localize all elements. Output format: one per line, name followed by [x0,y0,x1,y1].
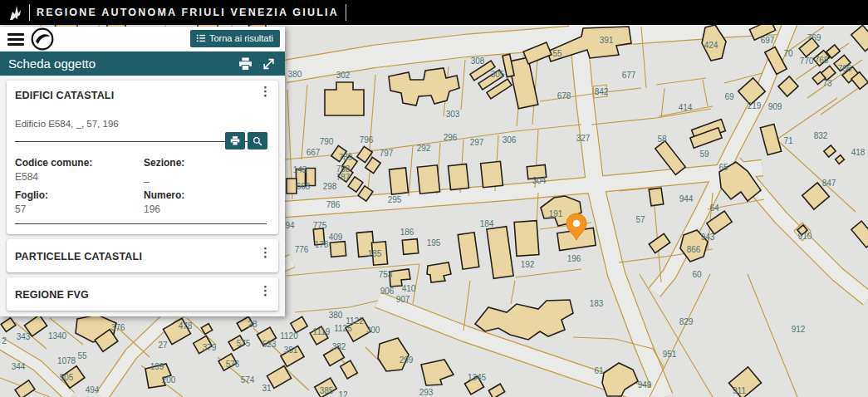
svg-text:27: 27 [158,341,168,350]
svg-text:787: 787 [336,173,351,182]
menu-icon[interactable] [7,31,24,48]
svg-text:766: 766 [838,64,852,73]
svg-text:308: 308 [471,56,485,66]
svg-text:789: 789 [339,153,353,162]
svg-text:1345: 1345 [468,373,487,382]
region-title: REGIONE AUTONOMA FRIULI VENEZIA GIULIA [37,7,339,18]
card-particelle-catastali[interactable]: PARTICELLE CATASTALI ⋮ [7,239,278,272]
card-actions [15,130,270,152]
svg-text:574: 574 [241,375,255,385]
svg-text:847: 847 [822,179,836,188]
svg-text:907: 907 [396,295,410,304]
svg-text:1125: 1125 [334,324,352,333]
svg-text:73: 73 [822,79,832,88]
svg-text:12: 12 [338,390,348,397]
svg-text:414: 414 [679,103,693,112]
card-title: PARTICELLE CATASTALI [15,251,142,262]
svg-text:949: 949 [638,380,652,390]
svg-text:909: 909 [768,102,782,111]
svg-text:376: 376 [111,323,125,332]
svg-text:200: 200 [162,375,176,385]
kebab-menu-icon[interactable]: ⋮ [259,247,272,258]
panel-header: Scheda oggetto [0,51,285,76]
svg-text:380: 380 [288,70,302,79]
svg-text:912: 912 [792,325,806,334]
svg-text:943: 943 [701,233,715,242]
svg-text:57: 57 [635,215,645,224]
field-numero: Numero: 196 [144,189,270,215]
expand-icon[interactable] [262,57,276,71]
svg-text:302: 302 [336,71,351,80]
svg-text:60: 60 [692,270,702,279]
svg-text:299: 299 [400,355,414,365]
torna-ai-risultati-button[interactable]: Torna ai risultati [190,30,280,47]
svg-text:71: 71 [783,136,793,145]
card-regione-fvg[interactable]: REGIONE FVG ⋮ [7,277,278,311]
svg-text:297: 297 [470,138,484,147]
svg-text:94: 94 [285,221,295,230]
svg-text:575: 575 [237,339,251,348]
svg-text:768: 768 [815,56,829,65]
svg-text:1120: 1120 [280,331,298,341]
fvg-round-logo[interactable] [31,27,54,51]
svg-text:343: 343 [17,332,31,341]
svg-text:298: 298 [323,182,337,191]
svg-text:2: 2 [2,336,7,346]
svg-text:678: 678 [557,91,571,100]
svg-text:64: 64 [709,203,719,213]
results-list-icon [196,33,206,43]
field-codice-comune: Codice comune: E584 [15,157,144,183]
svg-text:304: 304 [532,176,547,185]
svg-text:1340: 1340 [48,331,67,341]
card-edifici-catastali: EDIFICI CATASTALI ⋮ Edificio E584, _, 57… [7,81,278,234]
svg-text:786: 786 [326,200,341,209]
svg-text:797: 797 [380,149,394,158]
svg-text:59: 59 [699,149,709,159]
svg-text:58: 58 [657,135,667,144]
svg-text:219: 219 [748,101,762,110]
svg-text:753: 753 [379,270,393,279]
svg-text:70: 70 [783,49,793,58]
svg-text:183: 183 [590,299,604,308]
svg-text:906: 906 [380,287,395,296]
svg-text:697: 697 [761,36,775,45]
zoom-to-object-button[interactable] [248,132,267,149]
panel-toolbar: Torna ai risultati [0,27,285,51]
kebab-menu-icon[interactable]: ⋮ [259,285,272,297]
svg-text:293: 293 [419,388,434,397]
svg-text:292: 292 [417,144,431,153]
fvg-eagle-icon [7,3,22,22]
svg-text:69: 69 [724,92,734,101]
print-icon [230,135,240,146]
scheda-oggetto-panel: Torna ai risultati Scheda oggetto EDIFIC… [0,27,285,316]
divider [15,223,267,224]
svg-text:1119: 1119 [313,327,331,336]
svg-text:185: 185 [368,249,382,258]
svg-text:303: 303 [446,110,460,119]
svg-text:178: 178 [315,240,329,249]
print-object-button[interactable] [225,132,245,149]
svg-text:911: 911 [733,386,746,395]
svg-text:410: 410 [402,284,416,293]
svg-text:424: 424 [704,41,718,50]
svg-text:776: 776 [295,245,309,254]
svg-text:668: 668 [297,182,311,191]
svg-text:186: 186 [400,228,414,237]
svg-text:199: 199 [150,362,164,371]
object-summary: Edificio E584, _, 57, 196 [15,119,270,129]
svg-text:300: 300 [366,326,380,335]
svg-text:409: 409 [329,233,343,242]
header-divider [29,4,30,21]
svg-text:951: 951 [663,350,677,359]
svg-text:344: 344 [12,362,26,371]
svg-text:195: 195 [427,238,441,248]
print-icon[interactable] [238,57,253,71]
svg-text:494: 494 [86,385,100,395]
svg-text:191: 191 [549,209,563,218]
header-divider [346,4,346,21]
card-title: EDIFICI CATASTALI [15,90,114,101]
search-icon [253,135,262,147]
svg-text:770: 770 [800,56,814,66]
svg-text:61: 61 [594,366,604,375]
kebab-menu-icon[interactable]: ⋮ [259,86,272,97]
